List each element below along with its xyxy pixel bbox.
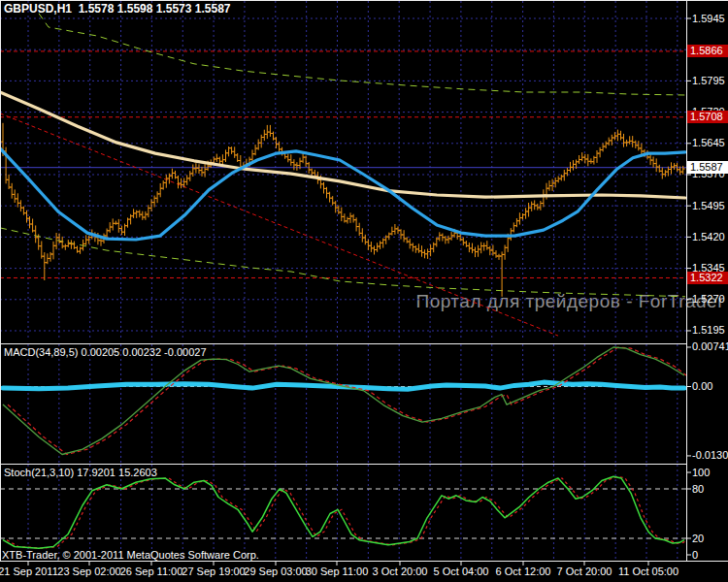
chart-canvas[interactable] — [0, 0, 728, 582]
stoch-axis-label: 80 — [692, 483, 704, 495]
level-price-badge: 1.5866 — [687, 45, 728, 57]
current-price-badge: 1.5587 — [687, 161, 728, 174]
price-axis-label: 1.5495 — [692, 200, 725, 211]
chart-window: Портал для трейдеров - ForTrader GBPUSD,… — [0, 0, 728, 582]
price-axis-label: 1.5645 — [692, 137, 725, 148]
price-axis-label: 1.5270 — [692, 293, 725, 305]
stoch-axis-label: 20 — [692, 533, 704, 544]
price-axis-label: 1.5195 — [692, 324, 725, 336]
macd-indicator-label: MACD(34,89,5) 0.00205 0.00232 -0.00027 — [4, 346, 207, 358]
stoch-k-line — [3, 476, 684, 548]
upper-band-line — [39, 14, 685, 95]
symbol-ohlc-line: GBPUSD,H1 1.5578 1.5598 1.5573 1.5587 — [4, 2, 231, 16]
price-axis-label: 1.5945 — [692, 13, 725, 24]
stoch-axis-label: 0 — [692, 549, 698, 561]
macd-axis-label: 0.00 — [692, 380, 712, 392]
platform-copyright: XTB-Trader, © 2001-2011 MetaQuotes Softw… — [2, 549, 259, 561]
ma-slow-line — [0, 92, 685, 198]
macd-axis-label: -0.01306 — [692, 449, 728, 461]
ohlc-bar-series — [1, 123, 685, 297]
stoch-indicator-label: Stoch(21,3,10) 17.9201 15.2603 — [4, 467, 157, 478]
macd-main-line — [3, 347, 684, 455]
stoch-axis-label: 100 — [692, 467, 710, 478]
time-axis-label: 11 Oct 05:00 — [602, 566, 695, 577]
level-price-badge: 1.5708 — [687, 111, 728, 123]
macd-axis-label: 0.00741 — [692, 340, 728, 352]
price-axis-label: 1.5420 — [692, 231, 725, 242]
level-price-badge: 1.5322 — [687, 272, 728, 284]
price-axis-label: 1.5795 — [692, 75, 725, 86]
